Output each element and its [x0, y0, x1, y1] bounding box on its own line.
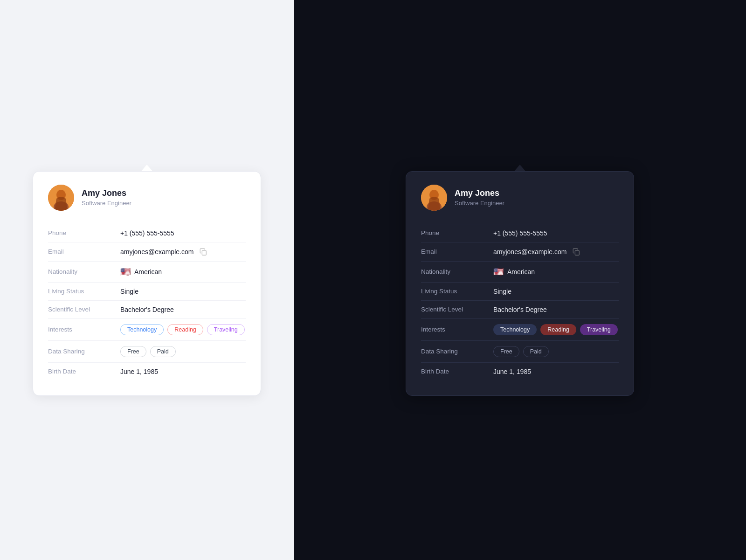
copy-icon-dark[interactable] [572, 248, 580, 256]
profile-name-dark: Amy Jones [455, 188, 504, 199]
nationality-row-dark: Nationality 🇺🇸 American [421, 261, 619, 282]
card-arrow-light [141, 165, 152, 171]
interests-row-dark: Interests Technology Reading Traveling [421, 318, 619, 340]
interests-value-light: Technology Reading Traveling [120, 324, 245, 335]
light-panel: Amy Jones Software Engineer Phone +1 (55… [0, 0, 294, 560]
avatar-light [48, 185, 74, 211]
svg-rect-7 [575, 250, 580, 255]
living-status-value-dark: Single [493, 288, 511, 295]
birth-date-row-light: Birth Date June 1, 1985 [48, 362, 246, 380]
flag-icon-dark: 🇺🇸 [493, 267, 504, 277]
phone-label-light: Phone [48, 229, 120, 236]
phone-label-dark: Phone [421, 229, 493, 236]
interests-tags-light: Technology Reading Traveling [120, 324, 245, 335]
tag-traveling-dark[interactable]: Traveling [580, 324, 618, 335]
phone-row-dark: Phone +1 (555) 555-5555 [421, 224, 619, 242]
interests-label-light: Interests [48, 326, 120, 333]
nationality-value-light: 🇺🇸 American [120, 267, 162, 277]
light-card-wrapper: Amy Jones Software Engineer Phone +1 (55… [33, 165, 261, 396]
tag-free-dark[interactable]: Free [493, 346, 519, 357]
data-sharing-tags-dark: Free Paid [493, 346, 549, 357]
birth-date-label-light: Birth Date [48, 368, 120, 375]
birth-date-row-dark: Birth Date June 1, 1985 [421, 362, 619, 380]
living-status-label-light: Living Status [48, 288, 120, 295]
data-sharing-value-dark: Free Paid [493, 346, 549, 357]
nationality-row-light: Nationality 🇺🇸 American [48, 261, 246, 282]
scientific-level-row-dark: Scientific Level Bachelor's Degree [421, 300, 619, 318]
tag-reading-light[interactable]: Reading [167, 324, 203, 335]
tag-reading-dark[interactable]: Reading [540, 324, 576, 335]
data-sharing-value-light: Free Paid [120, 346, 176, 357]
flag-icon-light: 🇺🇸 [120, 267, 131, 277]
birth-date-value-dark: June 1, 1985 [493, 368, 531, 375]
tag-free-light[interactable]: Free [120, 346, 146, 357]
profile-card-light: Amy Jones Software Engineer Phone +1 (55… [33, 171, 261, 396]
data-sharing-tags-light: Free Paid [120, 346, 176, 357]
nationality-label-light: Nationality [48, 268, 120, 275]
phone-value-light: +1 (555) 555-5555 [120, 229, 174, 237]
profile-header-dark: Amy Jones Software Engineer [421, 185, 619, 211]
card-arrow-dark [514, 165, 525, 171]
tag-paid-light[interactable]: Paid [150, 346, 176, 357]
living-status-label-dark: Living Status [421, 288, 493, 295]
birth-date-value-light: June 1, 1985 [120, 368, 158, 375]
tag-paid-dark[interactable]: Paid [523, 346, 549, 357]
profile-info-light: Amy Jones Software Engineer [82, 188, 131, 207]
email-value-dark: amyjones@example.com [493, 248, 580, 256]
email-value-light: amyjones@example.com [120, 248, 207, 256]
scientific-level-label-light: Scientific Level [48, 306, 120, 313]
interests-row-light: Interests Technology Reading Traveling [48, 318, 246, 340]
data-sharing-row-light: Data Sharing Free Paid [48, 340, 246, 362]
profile-title-light: Software Engineer [82, 200, 131, 207]
profile-header-light: Amy Jones Software Engineer [48, 185, 246, 211]
nationality-value-dark: 🇺🇸 American [493, 267, 535, 277]
tag-technology-dark[interactable]: Technology [493, 324, 537, 335]
living-status-value-light: Single [120, 288, 138, 295]
nationality-label-dark: Nationality [421, 268, 493, 275]
scientific-level-value-light: Bachelor's Degree [120, 306, 174, 313]
phone-value-dark: +1 (555) 555-5555 [493, 229, 547, 237]
profile-name-light: Amy Jones [82, 188, 131, 199]
dark-card-wrapper: Amy Jones Software Engineer Phone +1 (55… [406, 165, 634, 396]
dark-panel: Amy Jones Software Engineer Phone +1 (55… [294, 0, 746, 560]
profile-title-dark: Software Engineer [455, 200, 504, 207]
birth-date-label-dark: Birth Date [421, 368, 493, 375]
svg-rect-3 [202, 250, 207, 255]
interests-value-dark: Technology Reading Traveling [493, 324, 618, 335]
interests-label-dark: Interests [421, 326, 493, 333]
scientific-level-value-dark: Bachelor's Degree [493, 306, 547, 313]
living-status-row-dark: Living Status Single [421, 282, 619, 300]
email-label-light: Email [48, 248, 120, 255]
data-sharing-row-dark: Data Sharing Free Paid [421, 340, 619, 362]
tag-traveling-light[interactable]: Traveling [207, 324, 245, 335]
living-status-row-light: Living Status Single [48, 282, 246, 300]
profile-card-dark: Amy Jones Software Engineer Phone +1 (55… [406, 171, 634, 396]
scientific-level-row-light: Scientific Level Bachelor's Degree [48, 300, 246, 318]
email-row-light: Email amyjones@example.com [48, 242, 246, 261]
email-row-dark: Email amyjones@example.com [421, 242, 619, 261]
interests-tags-dark: Technology Reading Traveling [493, 324, 618, 335]
tag-technology-light[interactable]: Technology [120, 324, 164, 335]
data-sharing-label-light: Data Sharing [48, 348, 120, 355]
phone-row-light: Phone +1 (555) 555-5555 [48, 224, 246, 242]
avatar-dark [421, 185, 447, 211]
copy-icon-light[interactable] [199, 248, 207, 256]
email-label-dark: Email [421, 248, 493, 255]
scientific-level-label-dark: Scientific Level [421, 306, 493, 313]
profile-info-dark: Amy Jones Software Engineer [455, 188, 504, 207]
data-sharing-label-dark: Data Sharing [421, 348, 493, 355]
